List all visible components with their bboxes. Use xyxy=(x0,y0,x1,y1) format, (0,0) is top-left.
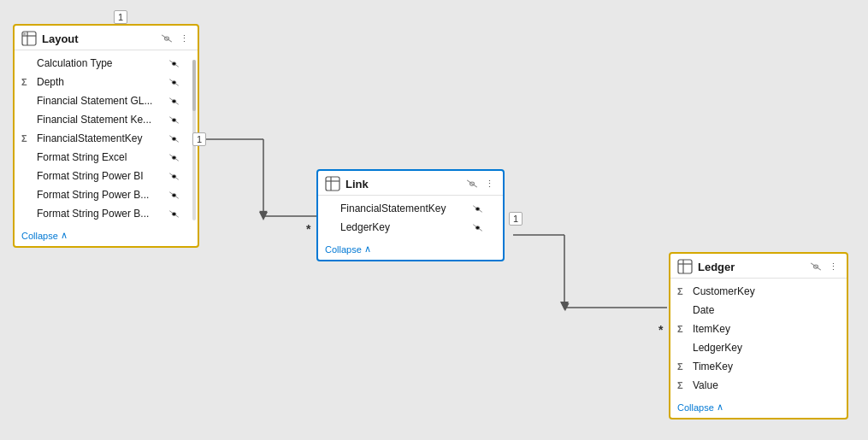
field-row: Financial Statement Ke... xyxy=(15,110,198,129)
field-row: Calculation Type xyxy=(15,54,198,73)
svg-point-29 xyxy=(172,193,176,197)
link-table-body: FinancialStatementKey LedgerKey xyxy=(318,196,503,240)
link-collapse-link[interactable]: Collapse ∧ xyxy=(318,240,503,260)
field-row: FinancialStatementKey xyxy=(318,199,503,218)
svg-point-19 xyxy=(172,99,176,103)
field-row: Σ FinancialStatementKey xyxy=(15,129,198,148)
field-row: Σ Value xyxy=(670,376,847,395)
layout-more-icon[interactable]: ⋮ xyxy=(177,32,191,45)
ledger-table-header: Ledger ⋮ xyxy=(670,254,847,279)
layout-table-body: Calculation Type Σ Depth Financial State… xyxy=(15,50,198,226)
layout-table-icon: ⊞ xyxy=(21,31,37,46)
layout-collapse-link[interactable]: Collapse ∧ xyxy=(15,226,198,246)
svg-point-17 xyxy=(172,80,176,84)
eye-slash-icon xyxy=(472,224,483,232)
eye-slash-icon xyxy=(168,191,180,199)
field-row: Format String Power BI xyxy=(15,167,198,185)
svg-point-40 xyxy=(475,226,480,229)
eye-slash-icon xyxy=(168,135,180,143)
badge-layout-link: 1 xyxy=(192,132,206,146)
field-row: LedgerKey xyxy=(670,338,847,357)
field-row: Σ CustomerKey xyxy=(670,282,847,301)
diagram-canvas: 1 ⊞ Layout ⋮ xyxy=(0,0,868,440)
badge-top: 1 xyxy=(114,10,127,24)
svg-rect-41 xyxy=(678,260,692,273)
link-more-icon[interactable]: ⋮ xyxy=(482,177,496,191)
field-row: Σ ItemKey xyxy=(670,320,847,338)
ledger-header-icons: ⋮ xyxy=(809,260,840,273)
eye-slash-icon xyxy=(168,210,180,218)
ledger-table-card: Ledger ⋮ Σ CustomerKey Date Σ ItemKey xyxy=(669,252,848,419)
field-row: Σ TimeKey xyxy=(670,357,847,376)
ledger-table-title: Ledger xyxy=(698,261,804,273)
link-table-title: Link xyxy=(345,178,460,191)
svg-line-12 xyxy=(162,35,172,42)
svg-text:⊞: ⊞ xyxy=(23,32,26,36)
link-table-icon xyxy=(325,176,340,191)
link-visibility-icon[interactable] xyxy=(465,177,479,191)
layout-visibility-icon[interactable] xyxy=(160,32,174,45)
connector-arrow-down-2: ▼ xyxy=(558,299,572,314)
badge-star-left: * xyxy=(306,222,310,236)
field-row: Financial Statement GL... xyxy=(15,91,198,110)
eye-slash-icon xyxy=(168,173,180,180)
field-row: Σ Depth xyxy=(15,73,198,91)
svg-line-44 xyxy=(811,263,821,270)
badge-star-right: * xyxy=(658,323,663,337)
svg-line-35 xyxy=(467,180,477,187)
svg-point-21 xyxy=(172,118,176,121)
field-row: Format String Excel xyxy=(15,148,198,167)
eye-slash-icon xyxy=(168,60,180,67)
eye-slash-icon xyxy=(472,205,483,213)
ledger-table-icon xyxy=(677,259,693,274)
ledger-table-body: Σ CustomerKey Date Σ ItemKey LedgerKey Σ… xyxy=(670,279,847,398)
svg-point-15 xyxy=(172,62,176,65)
link-header-icons: ⋮ xyxy=(465,177,496,191)
svg-point-31 xyxy=(172,212,176,215)
ledger-visibility-icon[interactable] xyxy=(809,260,823,273)
layout-table-header: ⊞ Layout ⋮ xyxy=(15,26,198,50)
connector-arrow-down-1: ▼ xyxy=(257,207,270,222)
link-table-card: Link ⋮ FinancialStatementKey LedgerKey C… xyxy=(316,169,505,261)
ledger-collapse-link[interactable]: Collapse ∧ xyxy=(670,398,847,418)
eye-slash-icon xyxy=(168,116,180,124)
svg-point-25 xyxy=(172,155,176,159)
field-row: Date xyxy=(670,301,847,320)
link-table-header: Link ⋮ xyxy=(318,171,503,196)
layout-header-icons: ⋮ xyxy=(160,32,191,45)
ledger-more-icon[interactable]: ⋮ xyxy=(826,260,840,273)
eye-slash-icon xyxy=(168,154,180,161)
svg-point-27 xyxy=(172,174,176,178)
field-row: Format String Power B... xyxy=(15,185,198,204)
svg-rect-32 xyxy=(326,177,340,191)
layout-table-title: Layout xyxy=(42,32,155,45)
layout-table-card: ⊞ Layout ⋮ Calculation Type xyxy=(13,24,199,248)
field-row: Format String Power B... xyxy=(15,204,198,223)
svg-point-38 xyxy=(475,207,480,210)
badge-link-right: 1 xyxy=(509,212,523,226)
svg-point-23 xyxy=(172,137,176,140)
eye-slash-icon xyxy=(168,97,180,105)
eye-slash-icon xyxy=(168,79,180,86)
field-row: LedgerKey xyxy=(318,218,503,237)
